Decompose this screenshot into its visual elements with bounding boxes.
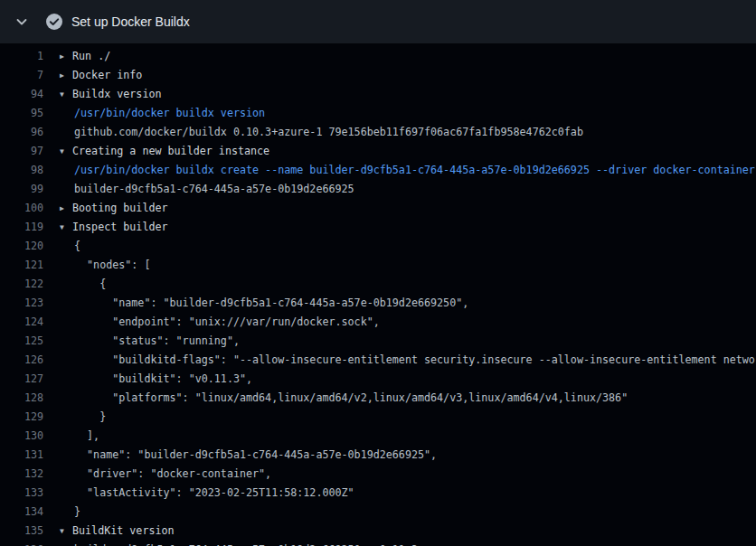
log-content: "endpoint": "unix:///var/run/docker.sock… bbox=[60, 313, 380, 332]
chevron-down-icon[interactable] bbox=[11, 11, 33, 33]
log-group-title: Docker info bbox=[72, 69, 142, 81]
log-group-title: Booting builder bbox=[72, 202, 168, 214]
chevron-down-icon-svg bbox=[14, 14, 29, 29]
line-number-link[interactable]: 124 bbox=[0, 313, 43, 332]
line-number-link[interactable]: 122 bbox=[0, 275, 43, 294]
log-content: "status": "running", bbox=[60, 332, 240, 351]
log-output-text: "endpoint": "unix:///var/run/docker.sock… bbox=[74, 315, 380, 328]
log-output-text: "name": "builder-d9cfb5a1-c764-445a-a57e… bbox=[74, 448, 437, 461]
line-number-link[interactable]: 129 bbox=[0, 408, 43, 427]
line-number-link[interactable]: 96 bbox=[0, 123, 43, 142]
log-line: 130 ], bbox=[0, 427, 756, 446]
log-output-text: { bbox=[74, 240, 80, 252]
line-number-link[interactable]: 133 bbox=[0, 484, 43, 503]
log-content: "nodes": [ bbox=[60, 256, 150, 275]
line-number-link[interactable]: 135 bbox=[0, 522, 43, 541]
triangle-down-icon[interactable]: ▼ bbox=[60, 522, 72, 541]
line-number-link[interactable]: 95 bbox=[0, 104, 43, 123]
step-title: Set up Docker Buildx bbox=[71, 14, 190, 29]
log-content: github.com/docker/buildx 0.10.3+azure-1 … bbox=[60, 123, 583, 142]
line-number-link[interactable]: 97 bbox=[0, 142, 43, 161]
log-line: 122 { bbox=[0, 275, 756, 294]
log-content: { bbox=[60, 237, 80, 256]
line-number-link[interactable]: 132 bbox=[0, 465, 43, 484]
log-line: 135▼BuildKit version bbox=[0, 522, 756, 541]
log-output-text: { bbox=[74, 278, 106, 290]
line-number-link[interactable]: 119 bbox=[0, 218, 43, 237]
log-line: 97▼Creating a new builder instance bbox=[0, 142, 756, 161]
log-output-text: } bbox=[74, 410, 106, 423]
log-line: 133 "lastActivity": "2023-02-25T11:58:12… bbox=[0, 484, 756, 503]
log-output-text: "name": "builder-d9cfb5a1-c764-445a-a57e… bbox=[74, 297, 468, 309]
log-line: 98/usr/bin/docker buildx create --name b… bbox=[0, 161, 756, 180]
log-output-text: } bbox=[74, 505, 80, 518]
log-line: 1▶Run ./ bbox=[0, 47, 756, 66]
triangle-right-icon[interactable]: ▶ bbox=[60, 66, 72, 85]
log-content: ], bbox=[60, 427, 99, 446]
log-content: builder-d9cfb5a1-c764-445a-a57e-0b19d2e6… bbox=[60, 541, 418, 546]
log-group-title: Creating a new builder instance bbox=[72, 145, 269, 157]
log-line: 124 "endpoint": "unix:///var/run/docker.… bbox=[0, 313, 756, 332]
line-number-link[interactable]: 136 bbox=[0, 541, 43, 546]
line-number-link[interactable]: 94 bbox=[0, 85, 43, 104]
line-number-link[interactable]: 7 bbox=[0, 66, 43, 85]
step-header[interactable]: Set up Docker Buildx bbox=[0, 0, 756, 43]
line-number-link[interactable]: 126 bbox=[0, 351, 43, 370]
log-line: 127 "buildkit": "v0.11.3", bbox=[0, 370, 756, 389]
log-content: } bbox=[60, 503, 80, 522]
log-line: 132 "driver": "docker-container", bbox=[0, 465, 756, 484]
log-group-header[interactable]: ▶Docker info bbox=[60, 66, 142, 85]
log-content: "driver": "docker-container", bbox=[60, 465, 271, 484]
log-content: "platforms": "linux/amd64,linux/amd64/v2… bbox=[60, 389, 628, 408]
log-group-header[interactable]: ▼Buildx version bbox=[60, 85, 162, 104]
log-output-text: builder-d9cfb5a1-c764-445a-a57e-0b19d2e6… bbox=[74, 183, 354, 195]
log-command-text: /usr/bin/docker buildx version bbox=[74, 107, 265, 119]
log-content: /usr/bin/docker buildx version bbox=[60, 104, 265, 123]
log-line: 134} bbox=[0, 503, 756, 522]
log-line: 7▶Docker info bbox=[0, 66, 756, 85]
log-line: 123 "name": "builder-d9cfb5a1-c764-445a-… bbox=[0, 294, 756, 313]
line-number-link[interactable]: 99 bbox=[0, 180, 43, 199]
line-number-link[interactable]: 120 bbox=[0, 237, 43, 256]
line-number-link[interactable]: 121 bbox=[0, 256, 43, 275]
log-content: "buildkitd-flags": "--allow-insecure-ent… bbox=[60, 351, 756, 370]
log-group-header[interactable]: ▶Run ./ bbox=[60, 47, 110, 66]
log-group-title: Buildx version bbox=[72, 88, 162, 100]
line-number-link[interactable]: 125 bbox=[0, 332, 43, 351]
line-number-link[interactable]: 131 bbox=[0, 446, 43, 465]
log-output-text: "platforms": "linux/amd64,linux/amd64/v2… bbox=[74, 391, 628, 404]
log-group-header[interactable]: ▼BuildKit version bbox=[60, 522, 175, 541]
log-line: 126 "buildkitd-flags": "--allow-insecure… bbox=[0, 351, 756, 370]
line-number-link[interactable]: 128 bbox=[0, 389, 43, 408]
line-number-link[interactable]: 100 bbox=[0, 199, 43, 218]
line-number-link[interactable]: 123 bbox=[0, 294, 43, 313]
line-number-link[interactable]: 1 bbox=[0, 47, 43, 66]
triangle-right-icon[interactable]: ▶ bbox=[60, 47, 72, 66]
line-number-link[interactable]: 98 bbox=[0, 161, 43, 180]
check-circle-icon-svg bbox=[45, 13, 63, 31]
log-group-header[interactable]: ▼Inspect builder bbox=[60, 218, 168, 237]
check-circle-icon bbox=[45, 13, 63, 31]
log-group-title: Run ./ bbox=[72, 50, 110, 62]
log-output-text: "buildkitd-flags": "--allow-insecure-ent… bbox=[74, 353, 756, 366]
log-output-text: "driver": "docker-container", bbox=[74, 467, 271, 480]
log-line: 99builder-d9cfb5a1-c764-445a-a57e-0b19d2… bbox=[0, 180, 756, 199]
log-viewer: 1▶Run ./7▶Docker info94▼Buildx version95… bbox=[0, 43, 756, 546]
line-number-link[interactable]: 134 bbox=[0, 503, 43, 522]
log-line: 120{ bbox=[0, 237, 756, 256]
log-group-header[interactable]: ▶Booting builder bbox=[60, 199, 168, 218]
log-line: 94▼Buildx version bbox=[0, 85, 756, 104]
triangle-right-icon[interactable]: ▶ bbox=[60, 199, 72, 218]
triangle-down-icon[interactable]: ▼ bbox=[60, 85, 72, 104]
triangle-down-icon[interactable]: ▼ bbox=[60, 142, 72, 161]
log-line: 119▼Inspect builder bbox=[0, 218, 756, 237]
log-output-text: "status": "running", bbox=[74, 334, 240, 347]
log-content: /usr/bin/docker buildx create --name bui… bbox=[60, 161, 755, 180]
line-number-link[interactable]: 130 bbox=[0, 427, 43, 446]
triangle-down-icon[interactable]: ▼ bbox=[60, 218, 72, 237]
line-number-link[interactable]: 127 bbox=[0, 370, 43, 389]
log-content: builder-d9cfb5a1-c764-445a-a57e-0b19d2e6… bbox=[60, 180, 354, 199]
log-line: 121 "nodes": [ bbox=[0, 256, 756, 275]
log-line: 95/usr/bin/docker buildx version bbox=[0, 104, 756, 123]
log-group-header[interactable]: ▼Creating a new builder instance bbox=[60, 142, 269, 161]
